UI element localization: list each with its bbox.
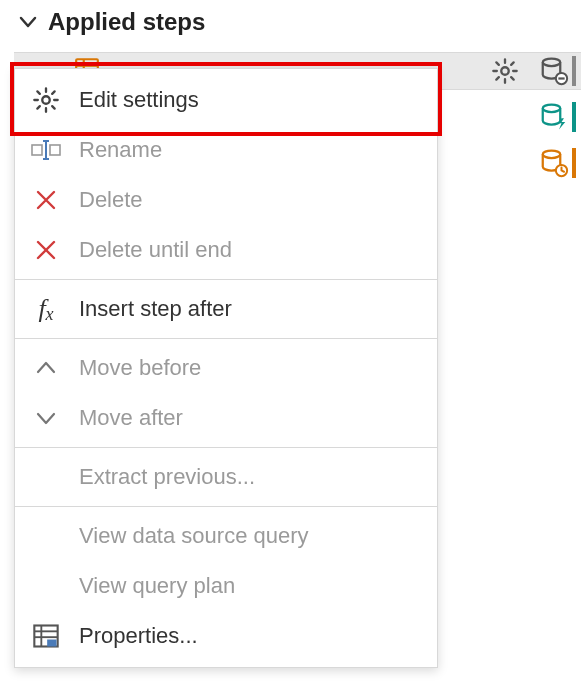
svg-rect-18 bbox=[47, 640, 56, 647]
menu-view-query-plan-label: View query plan bbox=[79, 573, 235, 599]
menu-delete-until-end-label: Delete until end bbox=[79, 237, 232, 263]
svg-point-10 bbox=[42, 96, 49, 103]
delete-icon bbox=[29, 188, 63, 212]
menu-delete-until-end[interactable]: Delete until end bbox=[15, 225, 437, 275]
side-icon-column bbox=[531, 54, 577, 180]
menu-move-after[interactable]: Move after bbox=[15, 393, 437, 443]
menu-separator bbox=[15, 447, 437, 448]
applied-steps-header[interactable]: Applied steps bbox=[0, 0, 581, 44]
menu-edit-settings[interactable]: Edit settings bbox=[15, 75, 437, 125]
delete-until-end-icon bbox=[29, 238, 63, 262]
svg-point-3 bbox=[501, 67, 508, 74]
fx-icon: fx bbox=[29, 294, 63, 325]
menu-insert-step-after[interactable]: fx Insert step after bbox=[15, 284, 437, 334]
menu-separator bbox=[15, 279, 437, 280]
menu-separator bbox=[15, 338, 437, 339]
menu-delete-label: Delete bbox=[79, 187, 143, 213]
menu-view-query-plan[interactable]: View query plan bbox=[15, 561, 437, 611]
chevron-down-icon bbox=[29, 406, 63, 430]
chevron-up-icon bbox=[29, 356, 63, 380]
menu-rename-label: Rename bbox=[79, 137, 162, 163]
applied-steps-title: Applied steps bbox=[48, 8, 205, 36]
menu-rename[interactable]: Rename bbox=[15, 125, 437, 175]
menu-properties[interactable]: Properties... bbox=[15, 611, 437, 661]
menu-move-before[interactable]: Move before bbox=[15, 343, 437, 393]
svg-point-8 bbox=[543, 151, 561, 159]
menu-edit-settings-label: Edit settings bbox=[79, 87, 199, 113]
database-schedule-icon[interactable] bbox=[534, 146, 574, 180]
database-cache-icon[interactable] bbox=[534, 100, 574, 134]
gear-icon bbox=[29, 86, 63, 114]
menu-delete[interactable]: Delete bbox=[15, 175, 437, 225]
menu-view-data-source-query[interactable]: View data source query bbox=[15, 511, 437, 561]
svg-point-4 bbox=[543, 59, 561, 67]
svg-rect-12 bbox=[50, 145, 60, 155]
menu-extract-previous[interactable]: Extract previous... bbox=[15, 452, 437, 502]
svg-rect-11 bbox=[32, 145, 42, 155]
step-gear-icon[interactable] bbox=[491, 57, 519, 90]
menu-view-data-source-query-label: View data source query bbox=[79, 523, 309, 549]
chevron-down-icon bbox=[18, 12, 38, 32]
properties-icon bbox=[29, 622, 63, 650]
menu-move-after-label: Move after bbox=[79, 405, 183, 431]
step-context-menu: Edit settings Rename Delete Delete until… bbox=[14, 68, 438, 668]
menu-extract-previous-label: Extract previous... bbox=[79, 464, 255, 490]
rename-icon bbox=[29, 137, 63, 163]
menu-insert-step-after-label: Insert step after bbox=[79, 296, 232, 322]
database-remove-icon[interactable] bbox=[534, 54, 574, 88]
menu-move-before-label: Move before bbox=[79, 355, 201, 381]
svg-point-7 bbox=[543, 105, 561, 113]
menu-separator bbox=[15, 506, 437, 507]
menu-properties-label: Properties... bbox=[79, 623, 198, 649]
